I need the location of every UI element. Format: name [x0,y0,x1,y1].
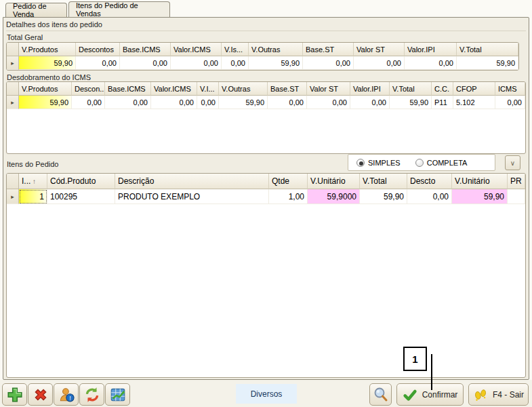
cell[interactable]: 59,90 [452,189,508,204]
column-header[interactable]: Base.ST [268,82,307,96]
confirmar-button[interactable]: Confirmar [396,383,464,406]
cell[interactable]: 0,00 [105,96,151,109]
itens-grid: I... ↑Cód.ProdutoDescriçãoQtdeV.Unitário… [6,173,526,378]
total-geral-grid: V.ProdutosDescontosBase.ICMSValor.ICMSV.… [6,42,519,71]
column-header[interactable]: Base.ICMS [120,43,171,56]
column-header[interactable]: Qtde [269,174,308,189]
cell[interactable]: 59,90 [219,96,268,109]
column-header[interactable]: Descrição [115,174,269,189]
cell[interactable]: 0,00 [350,96,390,109]
svg-text:!: ! [69,394,71,401]
cell[interactable]: 5.102 [453,96,495,109]
column-header[interactable]: Cód.Produto [47,174,115,189]
refresh-button[interactable] [79,383,104,406]
callout-1-label: 1 [412,353,417,365]
cell[interactable]: P11 [432,96,453,109]
column-header[interactable]: C.C. [432,82,453,96]
tab-itens-do-pedido[interactable]: Itens do Pedido de Vendas [68,1,170,17]
cell[interactable]: 0,00 [268,96,307,109]
radio-simples[interactable]: SIMPLES [356,159,401,167]
customer-alert-button[interactable]: ! [54,383,79,406]
total-geral-title: Total Geral [7,33,43,41]
chart-icon [109,386,127,404]
cell[interactable]: 0,00 [405,56,457,70]
cell[interactable]: 1,00 [269,189,308,204]
column-header[interactable]: V.Total [390,82,432,96]
column-header[interactable]: V.Unitário [452,174,508,189]
column-header[interactable]: PR [508,174,525,189]
column-header[interactable]: Descon... [72,82,105,96]
selector-column-header [7,174,19,189]
row-selector[interactable]: ▸ [7,189,19,204]
column-header[interactable]: V.I... [197,82,219,96]
radio-completa[interactable]: COMPLETA [415,159,468,167]
cell[interactable]: 0,00 [495,96,525,109]
cell[interactable]: 59,90 [360,189,407,204]
refresh-icon [83,386,101,404]
column-header[interactable]: V.Outras [249,43,303,56]
sort-asc-icon: ↑ [30,178,36,185]
confirmar-label: Confirmar [422,390,458,400]
cell[interactable]: 0,00 [120,56,171,70]
column-header[interactable]: V.Total [457,43,518,56]
cell[interactable]: 0,00 [76,56,120,70]
radio-selected-icon [356,159,365,167]
tab-pedido-de-venda[interactable]: Pedido de Venda [5,3,67,17]
footprints-icon [473,387,488,402]
column-header[interactable]: CFOP [453,82,495,96]
grid-options-dropdown[interactable]: ∨ [505,155,520,170]
cell[interactable]: PRODUTO EXEMPLO [115,189,269,204]
cell[interactable]: 59,90 [19,96,72,109]
column-header[interactable]: Valor.IPI [350,82,390,96]
selector-column-header [7,82,19,96]
column-header[interactable]: V.Produtos [19,82,72,96]
cell[interactable]: 0,00 [151,96,197,109]
chevron-down-icon: ∨ [510,159,515,167]
cell[interactable]: 59,90 [249,56,303,70]
column-header[interactable]: V.Unitário [308,174,360,189]
search-button[interactable] [369,383,392,406]
cell[interactable]: 59,90 [19,56,76,70]
callout-1-line [431,354,432,390]
cell[interactable]: 1 [19,189,47,204]
column-header[interactable]: V.Outras [219,82,268,96]
tab-label: Pedido de Venda [13,2,60,18]
cell[interactable]: 0,00 [407,189,452,204]
column-header[interactable]: Descto [407,174,452,189]
cell[interactable]: 59,9000 [308,189,360,204]
column-header[interactable]: Valor.ICMS [151,82,197,96]
column-header[interactable]: Valor ST [307,82,350,96]
chart-button[interactable] [105,383,130,406]
column-header[interactable]: Base.ST [303,43,354,56]
column-header[interactable]: V.Total [360,174,407,189]
column-header[interactable]: Valor ST [354,43,405,56]
cell[interactable]: 0,00 [303,56,354,70]
column-header[interactable]: V.Is... [222,43,249,56]
row-selector[interactable]: ▸ [7,56,19,70]
column-header[interactable]: Base.ICMS [105,82,151,96]
cell[interactable]: 59,90 [390,96,432,109]
add-button[interactable] [2,383,27,406]
delete-button[interactable] [28,383,53,406]
cell[interactable]: 0,00 [197,96,219,109]
delete-icon [32,386,49,404]
cell[interactable]: 0,00 [354,56,405,70]
cell[interactable] [508,189,525,204]
column-header[interactable]: V.Produtos [19,43,76,56]
cell[interactable]: 0,00 [222,56,249,70]
column-header[interactable]: Descontos [76,43,120,56]
row-selector[interactable]: ▸ [7,96,19,109]
diversos-button[interactable]: Diversos [236,384,297,404]
f4-sair-button[interactable]: F4 - Sair [468,383,529,406]
column-header[interactable]: Valor.ICMS [171,43,222,56]
column-header[interactable]: Valor.IPI [405,43,457,56]
cell[interactable]: 0,00 [72,96,105,109]
f4-sair-label: F4 - Sair [493,390,524,400]
column-header[interactable]: I... ↑ [19,174,47,189]
column-header[interactable]: ICMS [495,82,525,96]
cell[interactable]: 0,00 [307,96,350,109]
cell[interactable]: 59,90 [457,56,518,70]
magnifier-icon [373,387,389,403]
cell[interactable]: 100295 [47,189,115,204]
cell[interactable]: 0,00 [171,56,222,70]
